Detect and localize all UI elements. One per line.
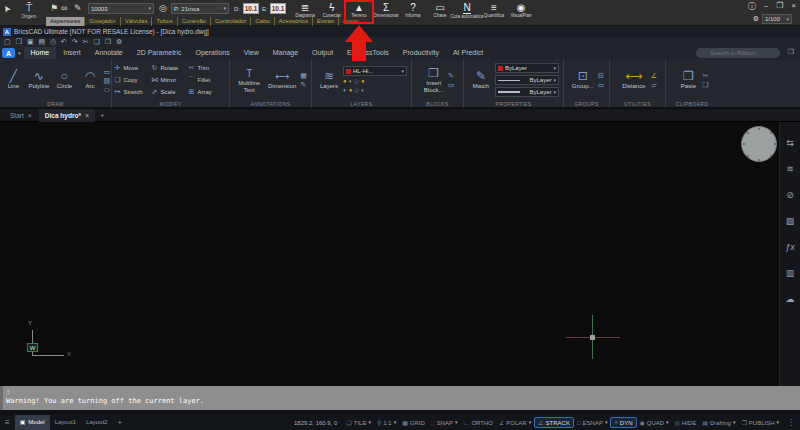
gear-icon[interactable]: ⚙ <box>753 14 759 24</box>
close-icon[interactable]: × <box>85 112 89 119</box>
undo-icon[interactable]: ↶ <box>61 38 67 46</box>
tab-gotejador[interactable]: Gotejador <box>84 17 119 26</box>
copy-button[interactable]: ❏Copy <box>114 74 151 86</box>
quad-toggle[interactable]: ◉ QUAD ▾ <box>637 419 672 426</box>
cota-automatica-button[interactable]: N Cota automática <box>454 0 480 25</box>
esnap-toggle[interactable]: □ ESNAP ▾ <box>574 420 610 426</box>
info-icon[interactable]: ⓘ <box>748 1 756 12</box>
area-icon[interactable]: ▱ <box>651 81 656 88</box>
pressure-combo[interactable]: P: 21mca ▾ <box>171 3 229 14</box>
origem-button[interactable]: ⍑ Origem <box>14 1 44 25</box>
save-as-icon[interactable]: ▤ <box>39 38 46 46</box>
ribbon-collapse-icon[interactable]: ❐ <box>788 48 794 56</box>
modify-panel-label[interactable]: MODIFY <box>112 101 229 107</box>
polyline-button[interactable]: ∿ Polyline <box>27 70 52 90</box>
swap-icon[interactable]: ⇆ <box>786 138 794 148</box>
doc-tab-start[interactable]: Start × <box>4 109 38 122</box>
ribbon-tab-2d-parametric[interactable]: 2D Parametric <box>130 47 189 59</box>
statusbar-overflow-icon[interactable]: ⋮ <box>782 418 800 427</box>
save-icon[interactable]: ▣ <box>27 38 34 46</box>
tile-toggle[interactable]: ❏ TILE ▾ <box>343 419 374 426</box>
polar-toggle[interactable]: ∠ POLAR ▾ <box>496 419 534 426</box>
cut-icon[interactable]: ✂ <box>83 38 89 46</box>
ribbon-tab-insert[interactable]: Insert <box>56 47 88 59</box>
informa-button[interactable]: ? Informa <box>400 0 426 25</box>
annotations-panel-label[interactable]: ANNOTATIONS <box>230 101 311 107</box>
blocks-panel-label[interactable]: BLOCKS <box>412 101 463 107</box>
drafting-menu[interactable]: ▤ Drafting ▾ <box>699 419 738 426</box>
clipboard-panel-label[interactable]: CLIPBOARD <box>666 101 718 107</box>
stretch-button[interactable]: ↦Stretch <box>114 86 151 98</box>
distance-button[interactable]: ⟷ Distance <box>618 70 650 90</box>
lineweight-combo[interactable]: ByLayer ▾ <box>495 87 559 97</box>
dimension-grid-icon[interactable]: ▦ <box>300 72 307 79</box>
annotation-scale-toggle[interactable]: ⚲ 1:1 ▾ <box>374 419 399 426</box>
tab-tubos[interactable]: Tubos <box>151 17 176 26</box>
layout1-tab[interactable]: Layout1 <box>50 415 81 430</box>
ortho-toggle[interactable]: ∟ ORTHO <box>461 420 496 426</box>
rotate-button[interactable]: ↻Rotate <box>151 62 188 74</box>
redo-icon[interactable]: ↷ <box>72 38 78 46</box>
minimize-button[interactable]: – <box>764 1 768 12</box>
utilities-panel-label[interactable]: UTILITIES <box>610 101 665 107</box>
groups-panel-label[interactable]: GROUPS <box>564 101 609 107</box>
line-button[interactable]: ╱ Line <box>1 70 26 90</box>
properties-panel-label[interactable]: PROPERTIES <box>464 101 563 107</box>
hide-toggle[interactable]: ◎ HIDE <box>672 419 700 426</box>
open-icon[interactable]: ❒ <box>16 38 22 46</box>
new-tab-button[interactable]: + <box>96 111 109 120</box>
close-button[interactable]: × <box>791 1 796 12</box>
pointer-icon[interactable]: ➤ <box>1 3 13 15</box>
drawing-viewport[interactable]: ⇆ ≋ ⊘ ▨ ƒx ▥ ☁ W Y X <box>0 122 800 386</box>
visualplan-button[interactable]: ◉ VisualPlan <box>508 0 534 25</box>
strack-toggle[interactable]: ∠ STRACK <box>534 417 574 428</box>
attachments-icon[interactable]: ⊘ <box>786 190 794 200</box>
hatch-icon[interactable]: ▨ <box>103 77 110 84</box>
view-compass[interactable] <box>741 126 777 162</box>
ungroup-icon[interactable]: ⊟ <box>598 72 604 79</box>
leader-icon[interactable]: ✎ <box>301 81 307 88</box>
options-icon[interactable]: ⚙ <box>116 38 122 46</box>
angle-icon[interactable]: ∠ <box>651 72 657 79</box>
tab-acessorios[interactable]: Acessórios <box>274 17 312 26</box>
multiline-text-button[interactable]: T Multiline Text <box>234 67 264 93</box>
ribbon-search-input[interactable] <box>696 48 780 58</box>
layer-off-icon[interactable]: ◐ <box>343 87 347 94</box>
sheets-icon[interactable]: ▥ <box>786 268 795 278</box>
hatch-panel-icon[interactable]: ▨ <box>786 216 795 226</box>
ribbon-tab-view[interactable]: View <box>237 47 266 59</box>
layer-match-icon[interactable]: ◐ <box>361 87 365 94</box>
close-icon[interactable]: × <box>28 112 32 119</box>
layout2-tab[interactable]: Layout2 <box>81 415 112 430</box>
chave-button[interactable]: ▭ Chave <box>427 0 453 25</box>
ribbon-tab-manage[interactable]: Manage <box>266 47 305 59</box>
restore-button[interactable]: ❐ <box>776 1 783 12</box>
tab-aspersores[interactable]: Aspersores <box>46 17 84 26</box>
scale-combo[interactable]: 1/100 ▾ <box>762 14 792 24</box>
doc-tab-dica-hydro[interactable]: Dica hydro* × <box>39 109 95 122</box>
layer-thaw-icon[interactable]: ● <box>349 87 353 94</box>
model-tab[interactable]: ▣ Model <box>15 415 50 430</box>
tab-extras[interactable]: Extras <box>312 17 338 26</box>
quantifica-button[interactable]: ≡ Quantifica <box>481 0 507 25</box>
layers-button[interactable]: ≋ Layers <box>316 70 342 90</box>
dimensionar-button[interactable]: Σ Dimensionar <box>373 0 399 25</box>
layer-freeze-icon[interactable]: ◐ <box>349 78 353 85</box>
scale-button[interactable]: ⇗Scale <box>151 86 188 98</box>
circle-button[interactable]: ○ Circle <box>52 70 77 90</box>
fields-icon[interactable]: ƒx <box>785 242 795 252</box>
ribbon-tab-annotate[interactable]: Annotate <box>88 47 130 59</box>
print-icon[interactable]: ⎙ <box>50 38 56 46</box>
chevron-down-icon[interactable]: ▾ <box>18 51 21 56</box>
copy-icon[interactable]: ❏ <box>93 38 99 46</box>
grid-toggle[interactable]: ▦ GRID <box>399 419 428 426</box>
tab-controlador[interactable]: Controlador <box>210 17 250 26</box>
block-edit-icon[interactable]: ✎ <box>448 72 454 79</box>
snap-toggle[interactable]: ∷ SNAP ▾ <box>428 419 461 426</box>
trim-button[interactable]: ✂Trim <box>188 62 228 74</box>
layer-lock-icon[interactable]: ◇ <box>354 78 359 85</box>
ribbon-tab-operations[interactable]: Operations <box>188 47 236 59</box>
dimension-button[interactable]: ⟷ Dimension <box>265 70 299 90</box>
group-edit-icon[interactable]: ▭ <box>598 81 605 88</box>
group-button[interactable]: ⊡ Group... <box>569 70 597 90</box>
